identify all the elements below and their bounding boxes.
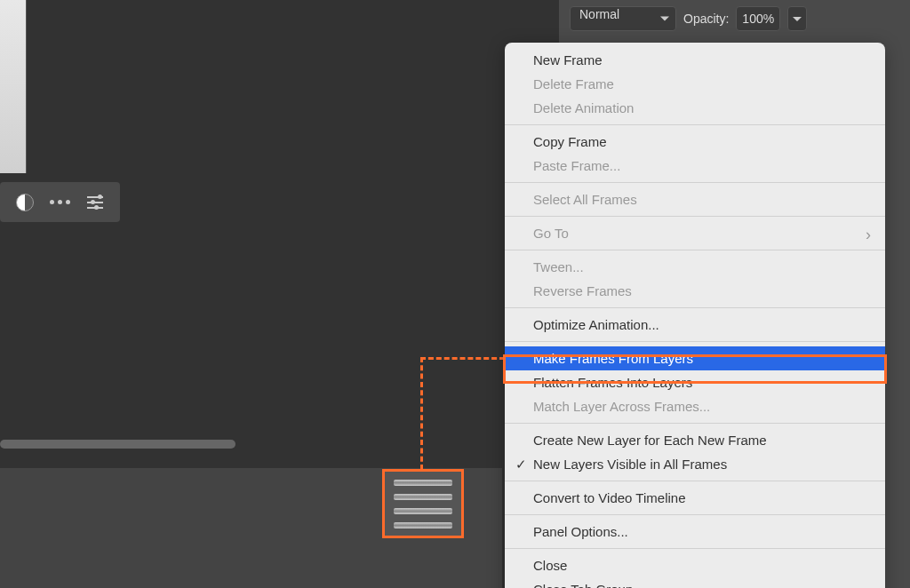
menu-separator — [505, 307, 885, 308]
adjustment-toolbar — [0, 182, 120, 222]
menu-separator — [505, 341, 885, 342]
scrollbar-thumb[interactable] — [0, 440, 235, 449]
menu-separator — [505, 423, 885, 424]
annotation-line-horizontal — [420, 357, 505, 360]
menu-item-match-layer-across-frames: Match Layer Across Frames... — [505, 394, 885, 418]
menu-item-flatten-frames-into-layers[interactable]: Flatten Frames Into Layers — [505, 370, 885, 394]
menu-separator — [505, 548, 885, 549]
hamburger-icon — [394, 480, 452, 528]
menu-item-paste-frame: Paste Frame... — [505, 154, 885, 178]
timeline-context-menu: New FrameDelete FrameDelete AnimationCop… — [505, 43, 885, 588]
more-options-icon[interactable] — [47, 190, 72, 215]
opacity-value[interactable]: 100% — [736, 6, 780, 31]
menu-item-panel-options[interactable]: Panel Options... — [505, 520, 885, 544]
menu-item-tween: Tween... — [505, 255, 885, 279]
panel-menu-button[interactable] — [382, 469, 464, 538]
menu-item-delete-animation: Delete Animation — [505, 96, 885, 120]
blend-mode-select[interactable]: Normal — [570, 6, 676, 31]
menu-item-delete-frame: Delete Frame — [505, 72, 885, 96]
menu-separator — [505, 481, 885, 481]
contrast-icon[interactable] — [12, 190, 37, 215]
canvas-area — [0, 0, 502, 444]
menu-separator — [505, 182, 885, 183]
horizontal-scrollbar[interactable] — [0, 436, 249, 452]
menu-item-optimize-animation[interactable]: Optimize Animation... — [505, 313, 885, 337]
menu-separator — [505, 514, 885, 515]
menu-separator — [505, 216, 885, 217]
annotation-line-vertical — [420, 357, 423, 470]
menu-item-convert-to-video-timeline[interactable]: Convert to Video Timeline — [505, 486, 885, 510]
menu-item-make-frames-from-layers[interactable]: Make Frames From Layers — [505, 346, 885, 370]
menu-item-new-frame[interactable]: New Frame — [505, 48, 885, 72]
menu-item-close-tab-group[interactable]: Close Tab Group — [505, 577, 885, 588]
menu-item-create-new-layer-for-each-new-frame[interactable]: Create New Layer for Each New Frame — [505, 428, 885, 452]
menu-item-close[interactable]: Close — [505, 553, 885, 577]
menu-item-reverse-frames: Reverse Frames — [505, 279, 885, 303]
menu-item-go-to: Go To — [505, 221, 885, 245]
menu-separator — [505, 250, 885, 250]
canvas-preview — [0, 0, 27, 173]
menu-separator — [505, 124, 885, 125]
opacity-dropdown-icon[interactable] — [787, 6, 807, 31]
menu-item-copy-frame[interactable]: Copy Frame — [505, 130, 885, 154]
layers-panel-header: Normal Opacity: 100% — [559, 0, 910, 37]
menu-item-new-layers-visible-in-all-frames[interactable]: New Layers Visible in All Frames — [505, 452, 885, 476]
opacity-label: Opacity: — [683, 12, 729, 26]
menu-item-select-all-frames: Select All Frames — [505, 187, 885, 211]
sliders-icon[interactable] — [83, 190, 108, 215]
